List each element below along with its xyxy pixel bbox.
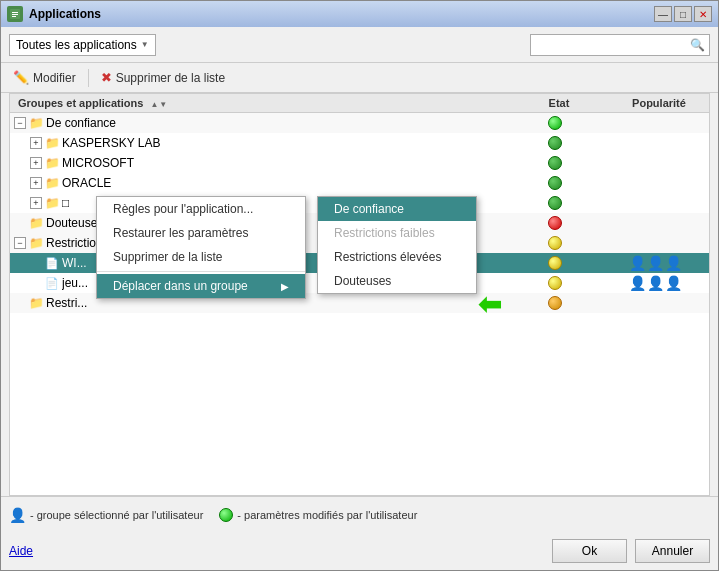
expand-icon[interactable]: −: [14, 237, 26, 249]
context-menu-rules[interactable]: Règles pour l'application...: [97, 197, 305, 221]
status-dot-yellow: [548, 276, 562, 290]
svg-rect-3: [12, 16, 16, 17]
toolbar-left: Toutes les applications ▼: [9, 34, 156, 56]
row-state: [505, 136, 605, 150]
legend-item-1: 👤 - groupe sélectionné par l'utilisateur: [9, 507, 203, 523]
tree-row[interactable]: + 📁 KASPERSKY LAB: [10, 133, 709, 153]
submenu: De confiance Restrictions faibles Restri…: [317, 196, 477, 294]
search-icon: 🔍: [686, 38, 709, 52]
modify-button[interactable]: ✏️ Modifier: [9, 68, 80, 87]
row-state: [505, 236, 605, 250]
status-dot-green: [548, 136, 562, 150]
person-icon: 👤: [647, 255, 664, 271]
main-window: Applications — □ ✕ Toutes les applicatio…: [0, 0, 719, 571]
folder-icon: 📁: [29, 217, 43, 229]
person-icon: 👤: [629, 275, 646, 291]
legend-item-2: - paramètres modifiés par l'utilisateur: [219, 508, 417, 522]
context-menu-restore[interactable]: Restaurer les paramètres: [97, 221, 305, 245]
status-dot-green: [548, 196, 562, 210]
chevron-down-icon: ▼: [141, 40, 149, 49]
svg-rect-2: [12, 14, 18, 15]
expand-icon[interactable]: +: [30, 177, 42, 189]
dropdown-label: Toutes les applications: [16, 38, 137, 52]
svg-rect-1: [12, 12, 18, 13]
action-bar: ✏️ Modifier ✖ Supprimer de la liste: [1, 63, 718, 93]
bottom-buttons: Ok Annuler: [552, 539, 710, 563]
folder-icon: 📁: [29, 117, 43, 129]
submenu-item-deconfiance[interactable]: De confiance: [318, 197, 476, 221]
maximize-button[interactable]: □: [674, 6, 692, 22]
row-state: [505, 116, 605, 130]
context-menu-delete[interactable]: Supprimer de la liste: [97, 245, 305, 269]
cancel-button[interactable]: Annuler: [635, 539, 710, 563]
tree-area[interactable]: − 📁 De confiance + 📁 KASPERSKY LAB: [10, 113, 709, 495]
expand-icon[interactable]: −: [14, 117, 26, 129]
row-name: ORACLE: [62, 176, 505, 190]
row-state: [505, 256, 605, 270]
pencil-icon: ✏️: [13, 70, 29, 85]
folder-icon: 📁: [45, 137, 59, 149]
context-menu: Règles pour l'application... Restaurer l…: [96, 196, 306, 299]
search-input[interactable]: [531, 38, 686, 52]
app-icon: [7, 6, 23, 22]
expand-icon[interactable]: +: [30, 157, 42, 169]
tree-row[interactable]: + 📁 ORACLE: [10, 173, 709, 193]
row-popularity: 👤 👤 👤: [605, 275, 705, 291]
title-bar: Applications — □ ✕: [1, 1, 718, 27]
submenu-item-douteuses[interactable]: Douteuses: [318, 269, 476, 293]
row-state: [505, 196, 605, 210]
folder-icon: 📁: [45, 197, 59, 209]
bottom-bar: Aide Ok Annuler: [1, 532, 718, 570]
row-state: [505, 156, 605, 170]
minimize-button[interactable]: —: [654, 6, 672, 22]
status-dot-yellow: [548, 236, 562, 250]
delete-icon: ✖: [101, 70, 112, 85]
col-popularity-header: Popularité: [609, 97, 709, 109]
green-arrow-icon: ⬅: [478, 288, 501, 321]
submenu-item-restrictions-faibles: Restrictions faibles: [318, 221, 476, 245]
help-link[interactable]: Aide: [9, 544, 33, 558]
app-file-icon: 📄: [45, 276, 59, 290]
row-state: [505, 176, 605, 190]
modify-label: Modifier: [33, 71, 76, 85]
separator: [88, 69, 89, 87]
applications-dropdown[interactable]: Toutes les applications ▼: [9, 34, 156, 56]
status-dot-green: [548, 116, 562, 130]
folder-icon: 📁: [45, 157, 59, 169]
context-menu-move[interactable]: Déplacer dans un groupe ▶: [97, 274, 305, 298]
person-icon: 👤: [629, 255, 646, 271]
delete-label: Supprimer de la liste: [116, 71, 225, 85]
title-bar-left: Applications: [7, 6, 101, 22]
col-state-header: Etat: [509, 97, 609, 109]
tree-row[interactable]: − 📁 De confiance: [10, 113, 709, 133]
folder-icon: 📁: [29, 297, 43, 309]
expand-icon[interactable]: +: [30, 137, 42, 149]
tree-row[interactable]: + 📁 MICROSOFT: [10, 153, 709, 173]
sort-up-icon: ▲: [150, 100, 158, 109]
row-popularity: 👤 👤 👤: [605, 255, 705, 271]
submenu-item-restrictions-elevees[interactable]: Restrictions élevées: [318, 245, 476, 269]
sort-down-icon: ▼: [159, 100, 167, 109]
status-dot-orange: [548, 296, 562, 310]
person-legend-icon: 👤: [9, 507, 26, 523]
table-header: Groupes et applications ▲ ▼ Etat Popular…: [10, 94, 709, 113]
toolbar: Toutes les applications ▼ 🔍: [1, 27, 718, 63]
menu-separator: [97, 271, 305, 272]
delete-button[interactable]: ✖ Supprimer de la liste: [97, 68, 229, 87]
row-state: [505, 276, 605, 290]
status-legend-icon: [219, 508, 233, 522]
status-dot-yellow: [548, 256, 562, 270]
title-bar-controls: — □ ✕: [654, 6, 712, 22]
row-name: MICROSOFT: [62, 156, 505, 170]
status-dot-green: [548, 156, 562, 170]
expand-icon[interactable]: +: [30, 197, 42, 209]
person-icon: 👤: [665, 255, 682, 271]
footer-legend: 👤 - groupe sélectionné par l'utilisateur…: [1, 496, 718, 532]
row-name: KASPERSKY LAB: [62, 136, 505, 150]
col-name-header: Groupes et applications ▲ ▼: [10, 97, 509, 109]
ok-button[interactable]: Ok: [552, 539, 627, 563]
folder-icon: 📁: [29, 237, 43, 249]
close-button[interactable]: ✕: [694, 6, 712, 22]
status-dot-green: [548, 176, 562, 190]
search-box: 🔍: [530, 34, 710, 56]
